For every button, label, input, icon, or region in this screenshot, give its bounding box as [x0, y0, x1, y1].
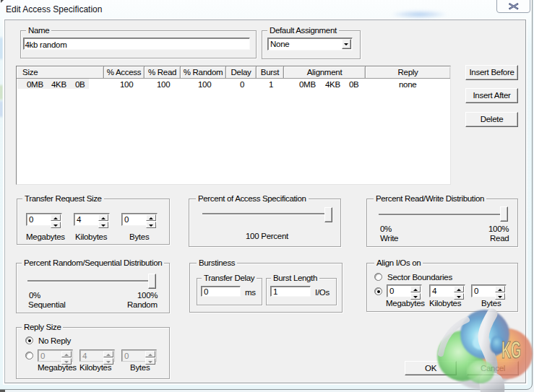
svg-text:KG: KG	[501, 336, 521, 363]
